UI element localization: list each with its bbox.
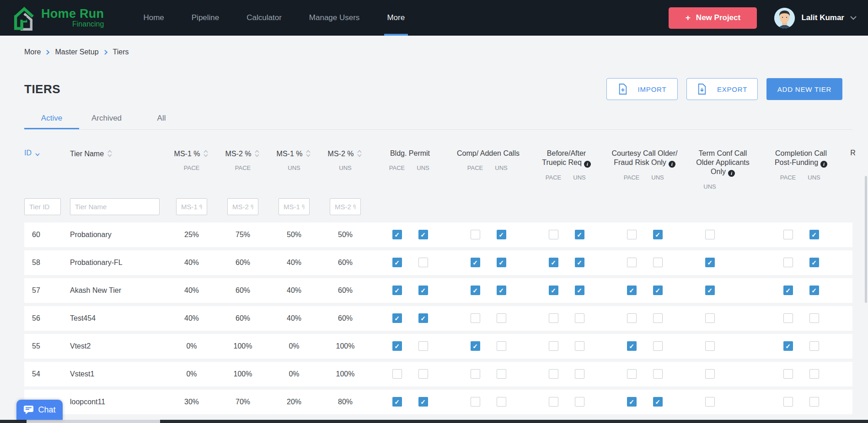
comp_adden_calls-uns-checkbox[interactable] bbox=[497, 258, 506, 267]
before_after_truepic_req-pace-checkbox[interactable] bbox=[549, 286, 558, 295]
term_conf_call_older_applicants_only-uns-checkbox[interactable] bbox=[705, 369, 715, 379]
completion_call_post_funding-pace-checkbox[interactable] bbox=[783, 230, 793, 239]
nav-item-pipeline[interactable]: Pipeline bbox=[178, 0, 233, 36]
courtesy_call_older_fraud_risk_only-uns-checkbox[interactable] bbox=[653, 341, 663, 351]
bldg_permit-pace-checkbox[interactable] bbox=[392, 397, 402, 407]
before_after_truepic_req-pace-checkbox[interactable] bbox=[549, 397, 558, 407]
before_after_truepic_req-uns-checkbox[interactable] bbox=[575, 313, 584, 323]
completion_call_post_funding-uns-checkbox[interactable] bbox=[809, 230, 819, 239]
comp_adden_calls-uns-checkbox[interactable] bbox=[497, 397, 506, 407]
before_after_truepic_req-uns-checkbox[interactable] bbox=[575, 230, 584, 239]
info-icon[interactable]: i bbox=[669, 161, 675, 168]
comp_adden_calls-uns-checkbox[interactable] bbox=[497, 341, 506, 351]
horizontal-scrollbar[interactable] bbox=[0, 420, 868, 423]
bldg_permit-uns-checkbox[interactable] bbox=[418, 230, 428, 239]
nav-item-more[interactable]: More bbox=[373, 0, 418, 36]
column-header-tier_name[interactable]: Tier Name bbox=[70, 149, 166, 158]
comp_adden_calls-pace-checkbox[interactable] bbox=[471, 397, 480, 407]
comp_adden_calls-uns-checkbox[interactable] bbox=[497, 313, 506, 323]
nav-item-calculator[interactable]: Calculator bbox=[233, 0, 295, 36]
before_after_truepic_req-pace-checkbox[interactable] bbox=[549, 230, 558, 239]
bldg_permit-uns-checkbox[interactable] bbox=[418, 397, 428, 407]
completion_call_post_funding-pace-checkbox[interactable] bbox=[783, 369, 793, 379]
comp_adden_calls-pace-checkbox[interactable] bbox=[471, 369, 480, 379]
before_after_truepic_req-pace-checkbox[interactable] bbox=[549, 369, 558, 379]
import-button[interactable]: IMPORT bbox=[606, 78, 678, 100]
breadcrumb-item-more[interactable]: More bbox=[24, 48, 41, 56]
filter-input-ms-1-4[interactable] bbox=[279, 198, 310, 215]
courtesy_call_older_fraud_risk_only-pace-checkbox[interactable] bbox=[627, 313, 637, 323]
term_conf_call_older_applicants_only-uns-checkbox[interactable] bbox=[705, 313, 715, 323]
export-button[interactable]: EXPORT bbox=[686, 78, 758, 100]
before_after_truepic_req-pace-checkbox[interactable] bbox=[549, 258, 558, 267]
term_conf_call_older_applicants_only-uns-checkbox[interactable] bbox=[705, 230, 715, 239]
completion_call_post_funding-uns-checkbox[interactable] bbox=[809, 313, 819, 323]
courtesy_call_older_fraud_risk_only-pace-checkbox[interactable] bbox=[627, 286, 637, 295]
bldg_permit-uns-checkbox[interactable] bbox=[418, 286, 428, 295]
courtesy_call_older_fraud_risk_only-uns-checkbox[interactable] bbox=[653, 286, 663, 295]
filter-input-tier-name-1[interactable] bbox=[70, 198, 160, 215]
courtesy_call_older_fraud_risk_only-pace-checkbox[interactable] bbox=[627, 369, 637, 379]
tab-all[interactable]: All bbox=[134, 114, 189, 129]
column-header-ms1_uns[interactable]: MS-1 %UNS bbox=[268, 149, 320, 171]
before_after_truepic_req-pace-checkbox[interactable] bbox=[549, 313, 558, 323]
completion_call_post_funding-pace-checkbox[interactable] bbox=[783, 397, 793, 407]
courtesy_call_older_fraud_risk_only-pace-checkbox[interactable] bbox=[627, 258, 637, 267]
comp_adden_calls-pace-checkbox[interactable] bbox=[471, 286, 480, 295]
comp_adden_calls-pace-checkbox[interactable] bbox=[471, 258, 480, 267]
term_conf_call_older_applicants_only-uns-checkbox[interactable] bbox=[705, 397, 715, 407]
new-project-button[interactable]: + New Project bbox=[669, 7, 757, 29]
comp_adden_calls-pace-checkbox[interactable] bbox=[471, 341, 480, 351]
bldg_permit-uns-checkbox[interactable] bbox=[418, 313, 428, 323]
bldg_permit-pace-checkbox[interactable] bbox=[392, 369, 402, 379]
before_after_truepic_req-pace-checkbox[interactable] bbox=[549, 341, 558, 351]
completion_call_post_funding-pace-checkbox[interactable] bbox=[783, 341, 793, 351]
bldg_permit-pace-checkbox[interactable] bbox=[392, 313, 402, 323]
courtesy_call_older_fraud_risk_only-uns-checkbox[interactable] bbox=[653, 258, 663, 267]
bldg_permit-uns-checkbox[interactable] bbox=[418, 258, 428, 267]
add-new-tier-button[interactable]: ADD NEW TIER bbox=[766, 78, 842, 100]
courtesy_call_older_fraud_risk_only-uns-checkbox[interactable] bbox=[653, 369, 663, 379]
horizontal-scrollbar-thumb[interactable] bbox=[27, 420, 160, 423]
bldg_permit-pace-checkbox[interactable] bbox=[392, 258, 402, 267]
term_conf_call_older_applicants_only-uns-checkbox[interactable] bbox=[705, 341, 715, 351]
nav-item-home[interactable]: Home bbox=[129, 0, 177, 36]
term_conf_call_older_applicants_only-uns-checkbox[interactable] bbox=[705, 258, 715, 267]
column-header-ms1_pace[interactable]: MS-1 %PACE bbox=[166, 149, 217, 171]
completion_call_post_funding-uns-checkbox[interactable] bbox=[809, 369, 819, 379]
courtesy_call_older_fraud_risk_only-uns-checkbox[interactable] bbox=[653, 313, 663, 323]
before_after_truepic_req-uns-checkbox[interactable] bbox=[575, 341, 584, 351]
courtesy_call_older_fraud_risk_only-uns-checkbox[interactable] bbox=[653, 397, 663, 407]
bldg_permit-uns-checkbox[interactable] bbox=[418, 341, 428, 351]
comp_adden_calls-uns-checkbox[interactable] bbox=[497, 286, 506, 295]
bldg_permit-pace-checkbox[interactable] bbox=[392, 286, 402, 295]
bldg_permit-pace-checkbox[interactable] bbox=[392, 341, 402, 351]
info-icon[interactable]: i bbox=[820, 161, 827, 168]
completion_call_post_funding-uns-checkbox[interactable] bbox=[809, 341, 819, 351]
completion_call_post_funding-pace-checkbox[interactable] bbox=[783, 313, 793, 323]
completion_call_post_funding-pace-checkbox[interactable] bbox=[783, 258, 793, 267]
courtesy_call_older_fraud_risk_only-pace-checkbox[interactable] bbox=[627, 341, 637, 351]
courtesy_call_older_fraud_risk_only-pace-checkbox[interactable] bbox=[627, 397, 637, 407]
filter-input-ms-1-2[interactable] bbox=[176, 198, 207, 215]
bldg_permit-uns-checkbox[interactable] bbox=[418, 369, 428, 379]
comp_adden_calls-pace-checkbox[interactable] bbox=[471, 313, 480, 323]
info-icon[interactable]: i bbox=[584, 161, 591, 168]
vertical-scrollbar-thumb[interactable] bbox=[865, 176, 867, 303]
completion_call_post_funding-uns-checkbox[interactable] bbox=[809, 286, 819, 295]
comp_adden_calls-pace-checkbox[interactable] bbox=[471, 230, 480, 239]
completion_call_post_funding-uns-checkbox[interactable] bbox=[809, 397, 819, 407]
info-icon[interactable]: i bbox=[728, 170, 735, 177]
tab-archived[interactable]: Archived bbox=[79, 114, 134, 129]
comp_adden_calls-uns-checkbox[interactable] bbox=[497, 369, 506, 379]
breadcrumb-item-master-setup[interactable]: Master Setup bbox=[55, 48, 98, 56]
column-header-id[interactable]: ID bbox=[24, 149, 70, 157]
user-menu-chevron-icon[interactable] bbox=[850, 16, 857, 20]
column-header-ms2_uns[interactable]: MS-2 %UNS bbox=[320, 149, 371, 171]
breadcrumb-item-tiers[interactable]: Tiers bbox=[113, 48, 129, 56]
before_after_truepic_req-uns-checkbox[interactable] bbox=[575, 258, 584, 267]
avatar[interactable] bbox=[774, 8, 795, 28]
chat-button[interactable]: Chat bbox=[16, 400, 63, 420]
filter-input-tier-id-0[interactable] bbox=[24, 198, 61, 215]
before_after_truepic_req-uns-checkbox[interactable] bbox=[575, 397, 584, 407]
